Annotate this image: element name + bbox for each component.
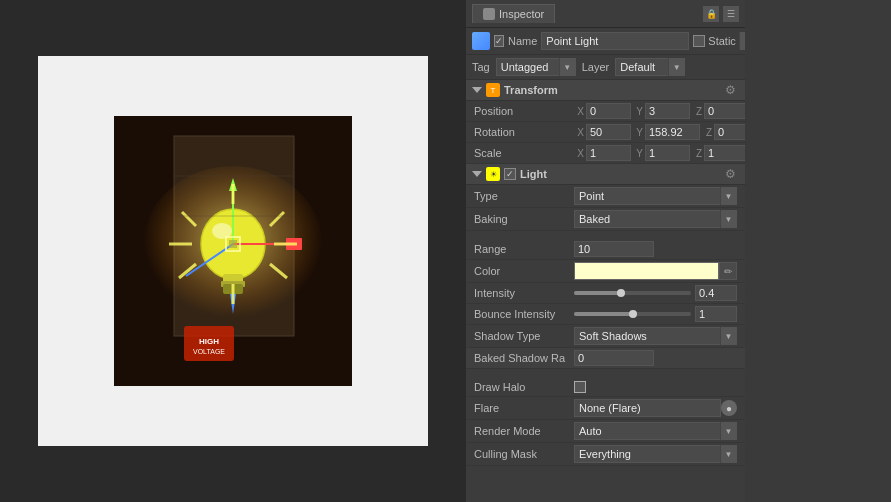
rotation-values: X Y Z [574, 124, 745, 140]
rotation-label: Rotation [474, 126, 574, 138]
scale-x-input[interactable] [586, 145, 631, 161]
intensity-range [574, 285, 737, 301]
tag-label: Tag [472, 61, 490, 73]
rot-x-label: X [574, 127, 584, 138]
pos-x-label: X [574, 106, 584, 117]
intensity-slider-thumb[interactable] [617, 289, 625, 297]
light-type-value: Point [575, 190, 720, 202]
render-mode-dropdown[interactable]: Auto ▼ [574, 422, 737, 440]
pos-y-label: Y [633, 106, 643, 117]
light-section-header[interactable]: ☀ Light ⚙ [466, 164, 745, 185]
color-row: Color ✏ [466, 260, 745, 283]
position-row: Position X Y Z [466, 101, 745, 122]
light-type-row: Type Point ▼ [466, 185, 745, 208]
intensity-input[interactable] [695, 285, 737, 301]
inspector-tab[interactable]: Inspector [472, 4, 555, 23]
light-active-checkbox[interactable] [504, 168, 516, 180]
render-mode-label: Render Mode [474, 425, 574, 437]
rot-z-input[interactable] [714, 124, 745, 140]
transform-gear-icon[interactable]: ⚙ [725, 83, 739, 97]
inspector-header: Inspector 🔒 ☰ [466, 0, 745, 28]
shadow-type-row: Shadow Type Soft Shadows ▼ [466, 325, 745, 348]
draw-halo-label: Draw Halo [474, 381, 574, 393]
scale-x-label: X [574, 148, 584, 159]
tag-value: Untagged [497, 61, 559, 73]
svg-text:VOLTAGE: VOLTAGE [192, 348, 224, 355]
range-row: Range [466, 239, 745, 260]
flare-row: Flare None (Flare) ● [466, 397, 745, 420]
transform-section-header[interactable]: T Transform ⚙ [466, 80, 745, 101]
static-label: Static [708, 35, 736, 47]
render-mode-row: Render Mode Auto ▼ [466, 420, 745, 443]
baking-arrow: ▼ [720, 210, 736, 228]
main-container: HIGH VOLTAGE Inspector 🔒 ☰ [0, 0, 891, 502]
baking-label: Baking [474, 213, 574, 225]
bounce-slider-track[interactable] [574, 312, 691, 316]
inspector-icon-group: 🔒 ☰ [703, 6, 739, 22]
bounce-slider-fill [574, 312, 633, 316]
light-title: Light [520, 168, 547, 180]
color-picker[interactable] [574, 262, 719, 280]
static-dropdown-arrow[interactable]: ▼ [739, 32, 745, 50]
baking-value: Baked [575, 213, 720, 225]
rot-y-label: Y [633, 127, 643, 138]
lock-icon[interactable]: 🔒 [703, 6, 719, 22]
culling-mask-dropdown[interactable]: Everything ▼ [574, 445, 737, 463]
inspector-tab-label: Inspector [499, 8, 544, 20]
draw-halo-row: Draw Halo [466, 377, 745, 397]
divider-1 [466, 231, 745, 239]
shadow-type-dropdown[interactable]: Soft Shadows ▼ [574, 327, 737, 345]
game-object-icon [472, 32, 490, 50]
shadow-type-value: Soft Shadows [575, 330, 720, 342]
pos-y-input[interactable] [645, 103, 690, 119]
light-type-label: Type [474, 190, 574, 202]
name-input[interactable] [541, 32, 689, 50]
render-mode-value: Auto [575, 425, 720, 437]
active-checkbox[interactable] [494, 35, 504, 47]
rot-x-input[interactable] [586, 124, 631, 140]
name-row: Name Static ▼ [466, 28, 745, 55]
bounce-input[interactable] [695, 306, 737, 322]
baking-dropdown[interactable]: Baked ▼ [574, 210, 737, 228]
draw-halo-checkbox[interactable] [574, 381, 586, 393]
intensity-row: Intensity [466, 283, 745, 304]
eyedropper-icon[interactable]: ✏ [719, 262, 737, 280]
scale-y-input[interactable] [645, 145, 690, 161]
culling-mask-arrow: ▼ [720, 445, 736, 463]
svg-rect-25 [229, 240, 237, 248]
flare-circle-btn[interactable]: ● [721, 400, 737, 416]
tag-dropdown[interactable]: Untagged ▼ [496, 58, 576, 76]
name-label: Name [508, 35, 537, 47]
shadow-type-label: Shadow Type [474, 330, 574, 342]
range-input[interactable] [574, 241, 654, 257]
baked-shadow-label: Baked Shadow Ra [474, 352, 574, 364]
inspector-body: Name Static ▼ Tag Untagged ▼ Layer Defau… [466, 28, 745, 502]
menu-icon[interactable]: ☰ [723, 6, 739, 22]
intensity-slider-track[interactable] [574, 291, 691, 295]
light-checkbox-group: Light [504, 168, 547, 180]
pos-x-input[interactable] [586, 103, 631, 119]
scene-viewport[interactable]: HIGH VOLTAGE [114, 116, 352, 386]
transform-title: Transform [504, 84, 558, 96]
layer-dropdown[interactable]: Default ▼ [615, 58, 685, 76]
position-label: Position [474, 105, 574, 117]
culling-mask-row: Culling Mask Everything ▼ [466, 443, 745, 466]
flare-value: None (Flare) [574, 399, 721, 417]
light-type-dropdown[interactable]: Point ▼ [574, 187, 737, 205]
light-section-icon: ☀ [486, 167, 500, 181]
baked-shadow-input[interactable] [574, 350, 654, 366]
render-mode-arrow: ▼ [720, 422, 736, 440]
pos-z-input[interactable] [704, 103, 745, 119]
transform-icon: T [486, 83, 500, 97]
rot-y-input[interactable] [645, 124, 700, 140]
static-checkbox[interactable] [693, 35, 705, 47]
scale-z-input[interactable] [704, 145, 745, 161]
scale-label: Scale [474, 147, 574, 159]
position-values: X Y Z [574, 103, 745, 119]
bounce-slider-thumb[interactable] [629, 310, 637, 318]
static-group: Static ▼ [693, 32, 745, 50]
divider-2 [466, 369, 745, 377]
layer-value: Default [616, 61, 668, 73]
light-gear-icon[interactable]: ⚙ [725, 167, 739, 181]
inspector-tab-icon [483, 8, 495, 20]
